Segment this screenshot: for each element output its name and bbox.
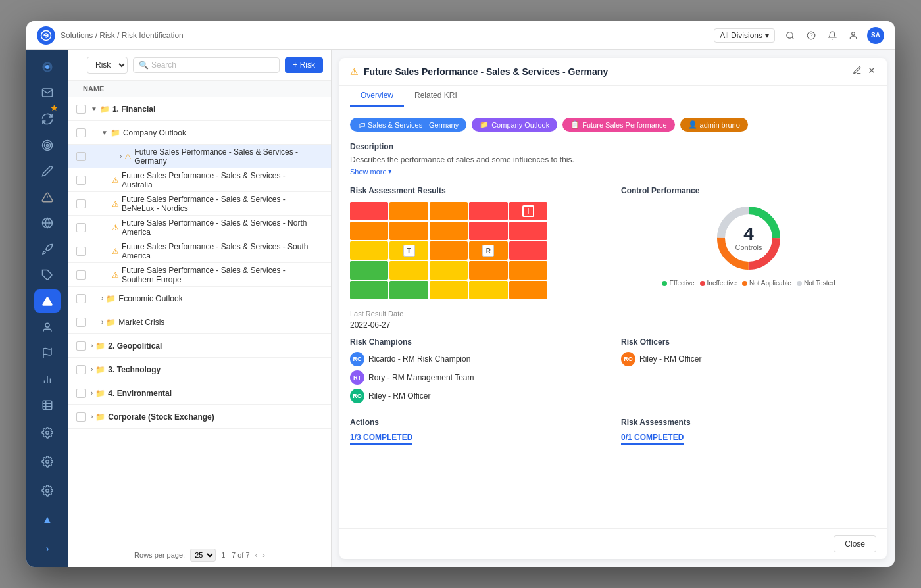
risk-list-column-header: NAME (68, 81, 331, 97)
matrix-cell (430, 222, 468, 240)
champion-name: Riley - RM Officer (368, 391, 430, 401)
expand-arrow[interactable]: › (91, 366, 93, 373)
checkbox[interactable] (76, 223, 86, 232)
nav-bar-chart[interactable] (34, 368, 61, 391)
division-select[interactable]: All Divisions ▾ (714, 28, 775, 43)
sidebar-nav: ▲ › (26, 50, 68, 567)
tag-icon: 📁 (480, 120, 489, 129)
nav-settings-2[interactable] (34, 449, 61, 475)
next-page[interactable]: › (262, 551, 265, 559)
nav-alert-active[interactable] (34, 289, 61, 313)
nav-home[interactable] (34, 55, 61, 79)
folder-icon: 📁 (111, 128, 120, 137)
notification-icon[interactable] (825, 28, 839, 43)
expand-arrow[interactable]: › (101, 295, 103, 302)
expand-arrow[interactable]: ▼ (91, 105, 97, 112)
show-more-link[interactable]: Show more ▾ (350, 167, 876, 176)
detail-tabs: Overview Related KRI (339, 86, 887, 107)
tab-related-kri[interactable]: Related KRI (404, 86, 468, 107)
checkbox[interactable] (76, 176, 86, 185)
expand-arrow[interactable]: › (91, 342, 93, 349)
folder-icon: 📁 (95, 341, 105, 351)
expand-arrow[interactable]: › (120, 153, 122, 160)
checkbox[interactable] (76, 294, 86, 303)
tag-admin[interactable]: 👤 admin bruno (680, 118, 748, 132)
checkbox[interactable] (76, 389, 86, 398)
nav-warning[interactable] (34, 185, 61, 209)
expand-arrow[interactable]: › (91, 389, 93, 397)
nav-settings-3[interactable] (34, 478, 61, 504)
list-item[interactable]: ⚠ Future Sales Performance - Sales & Ser… (68, 192, 331, 216)
list-item[interactable]: ▼ 📁 1. Financial (68, 97, 331, 121)
nav-globe[interactable] (34, 211, 61, 235)
list-item[interactable]: › 📁 Economic Outlook (68, 287, 331, 310)
legend-not-tested: Not Tested (797, 280, 835, 287)
nav-chevron-up[interactable]: ▲ (34, 506, 61, 533)
list-item[interactable]: ▼ 📁 Company Outlook (68, 121, 331, 145)
avatar[interactable]: SA (867, 27, 884, 44)
nav-pencil[interactable] (34, 159, 61, 183)
close-button[interactable]: Close (834, 535, 876, 552)
actions-link[interactable]: 1/3 COMPLETED (350, 433, 412, 445)
checkbox[interactable] (76, 318, 86, 327)
nav-mail[interactable] (34, 82, 61, 105)
checkbox[interactable] (76, 270, 86, 280)
nav-chevron-down[interactable]: › (34, 535, 61, 562)
detail-inner: ⚠ Future Sales Performance - Sales & Ser… (339, 58, 887, 559)
rows-per-page-select[interactable]: 25 (190, 549, 216, 562)
nav-rocket[interactable] (34, 237, 61, 261)
close-icon[interactable] (867, 66, 876, 77)
nav-target[interactable] (34, 134, 61, 157)
search-icon[interactable] (783, 28, 797, 43)
expand-arrow[interactable]: ▼ (101, 129, 108, 136)
list-item[interactable]: ⚠ Future Sales Performance - Sales & Ser… (68, 168, 331, 192)
checkbox[interactable] (76, 128, 86, 137)
ineffective-label: Ineffective (707, 280, 737, 287)
list-item[interactable]: ⚠ Future Sales Performance - Sales & Ser… (68, 263, 331, 287)
checkbox[interactable] (76, 199, 86, 208)
nav-table[interactable] (34, 394, 61, 418)
app-logo[interactable] (37, 26, 55, 45)
checkbox[interactable] (76, 152, 86, 161)
checkbox[interactable] (76, 365, 86, 374)
risk-warning-icon: ⚠ (124, 152, 132, 161)
matrix-cell (509, 241, 547, 260)
edit-icon[interactable] (853, 66, 862, 77)
list-item[interactable]: › 📁 2. Geopolitical (68, 334, 331, 358)
add-risk-button[interactable]: + Risk (285, 57, 323, 73)
checkbox[interactable] (76, 105, 86, 114)
checkbox[interactable] (76, 412, 86, 422)
list-item[interactable]: › 📁 Market Crisis (68, 310, 331, 334)
user-icon[interactable] (846, 28, 860, 43)
help-icon[interactable] (804, 28, 818, 43)
prev-page[interactable]: ‹ (255, 551, 258, 559)
list-item[interactable]: ⚠ Future Sales Performance - Sales & Ser… (68, 216, 331, 239)
nav-person[interactable] (34, 316, 61, 339)
matrix-marker-r: R (482, 245, 494, 257)
nav-puzzle[interactable] (34, 264, 61, 287)
svg-point-15 (45, 323, 49, 327)
matrix-cell (389, 202, 428, 220)
topbar-right: All Divisions ▾ SA (714, 27, 884, 44)
search-box[interactable]: 🔍 Search (133, 57, 280, 73)
risk-assessments-link[interactable]: 0/1 COMPLETED (621, 433, 684, 445)
list-item[interactable]: › 📁 Corporate (Stock Exchange) (68, 405, 331, 429)
list-item-selected[interactable]: › ⚠ Future Sales Performance - Sales & S… (68, 145, 331, 168)
risk-panel-header: Risk 🔍 Search + Risk (68, 50, 331, 81)
favorite-star[interactable]: ★ (50, 103, 59, 113)
expand-arrow[interactable]: › (101, 318, 103, 326)
tab-overview[interactable]: Overview (350, 86, 404, 107)
checkbox[interactable] (76, 341, 86, 351)
list-item[interactable]: › 📁 3. Technology (68, 358, 331, 381)
tag-sales-services[interactable]: 🏷 Sales & Services - Germany (350, 118, 466, 132)
tag-company-outlook[interactable]: 📁 Company Outlook (472, 118, 557, 132)
nav-flag[interactable] (34, 341, 61, 365)
checkbox[interactable] (76, 247, 86, 256)
expand-arrow[interactable]: › (91, 413, 93, 420)
risk-type-dropdown[interactable]: Risk (87, 57, 128, 74)
nav-settings-1[interactable] (34, 420, 61, 446)
topbar-icons: SA (783, 27, 884, 44)
list-item[interactable]: › 📁 4. Environmental (68, 381, 331, 405)
list-item[interactable]: ⚠ Future Sales Performance - Sales & Ser… (68, 239, 331, 263)
tag-future-sales[interactable]: 📋 Future Sales Performance (562, 118, 674, 132)
